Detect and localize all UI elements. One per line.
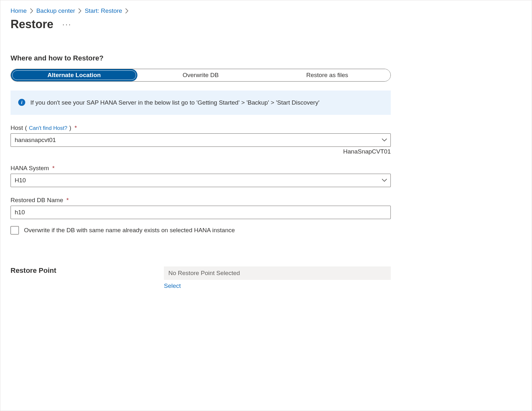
restored-db-name-field: Restored DB Name * — [11, 197, 391, 219]
chevron-right-icon — [30, 8, 33, 13]
info-box: i If you don't see your SAP HANA Server … — [11, 91, 391, 115]
info-icon: i — [18, 99, 25, 106]
restore-mode-restore-as-files[interactable]: Restore as files — [264, 69, 390, 81]
restore-mode-overwrite-db[interactable]: Overwrite DB — [137, 69, 264, 81]
restored-db-name-input[interactable] — [11, 206, 391, 219]
cant-find-host-link[interactable]: Can't find Host? — [29, 125, 67, 131]
info-text: If you don't see your SAP HANA Server in… — [30, 98, 320, 107]
hana-system-field: HANA System * — [11, 165, 391, 187]
restore-point-value: No Restore Point Selected — [164, 266, 391, 280]
breadcrumb-home[interactable]: Home — [11, 7, 27, 14]
restore-mode-selector: Alternate Location Overwrite DB Restore … — [11, 69, 391, 82]
required-star-icon: * — [52, 165, 54, 172]
overwrite-existing-checkbox[interactable] — [11, 226, 19, 234]
restore-mode-alternate-location[interactable]: Alternate Location — [11, 69, 137, 81]
overwrite-existing-label: Overwrite if the DB with same name alrea… — [24, 227, 235, 234]
host-label: Host — [11, 124, 23, 131]
restored-db-name-label: Restored DB Name — [11, 197, 63, 204]
page-title: Restore — [11, 18, 53, 31]
host-field: Host (Can't find Host?) * HanaSnapCVT01 — [11, 124, 391, 155]
section-heading-where-how: Where and how to Restore? — [11, 54, 521, 62]
hana-system-label: HANA System — [11, 165, 49, 172]
breadcrumb: Home Backup center Start: Restore — [11, 7, 521, 14]
required-star-icon: * — [74, 124, 77, 131]
host-subtext: HanaSnapCVT01 — [11, 148, 391, 155]
ellipsis-icon: ··· — [62, 20, 72, 28]
host-label-paren-close: ) — [69, 124, 71, 131]
more-actions-button[interactable]: ··· — [61, 19, 73, 29]
chevron-right-icon — [125, 8, 128, 13]
restore-point-select-link[interactable]: Select — [164, 282, 181, 289]
required-star-icon: * — [66, 197, 69, 204]
host-select[interactable] — [11, 133, 391, 147]
chevron-right-icon — [78, 8, 81, 13]
host-label-paren-open: ( — [25, 124, 27, 131]
hana-system-select[interactable] — [11, 174, 391, 187]
breadcrumb-backup-center[interactable]: Backup center — [36, 7, 75, 14]
restore-point-label: Restore Point — [11, 266, 164, 275]
breadcrumb-start-restore[interactable]: Start: Restore — [85, 7, 122, 14]
